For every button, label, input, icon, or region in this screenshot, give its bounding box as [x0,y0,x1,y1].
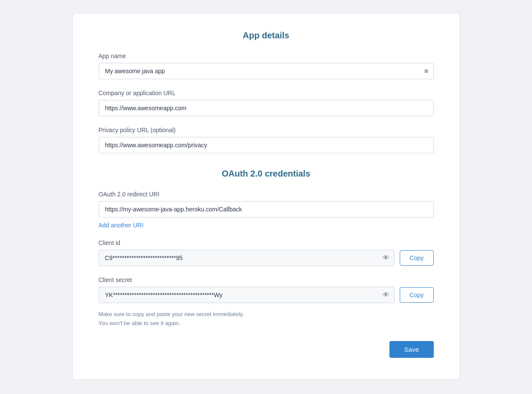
client-id-row: 👁 Copy [99,250,434,266]
app-name-label: App name [99,53,434,59]
client-secret-row: 👁 Copy [99,287,434,303]
app-name-wrapper: ■ [99,63,434,79]
client-secret-input-wrapper: 👁 [99,287,395,303]
company-url-group: Company or application URL [99,90,434,116]
main-card: App details App name ■ Company or applic… [72,13,460,380]
client-secret-eye-icon[interactable]: 👁 [383,291,389,299]
redirect-uri-label: OAuth 2.0 redirect URI [99,191,434,198]
app-details-title: App details [99,31,434,40]
client-secret-label: Client secret [99,276,434,283]
client-secret-input[interactable] [99,287,395,303]
save-button[interactable]: Save [389,341,433,358]
app-name-group: App name ■ [99,53,434,79]
client-id-group: Client id 👁 Copy [99,239,434,266]
client-id-eye-icon[interactable]: 👁 [383,254,389,262]
redirect-uri-group: OAuth 2.0 redirect URI Add another URI [99,191,434,229]
client-secret-copy-button[interactable]: Copy [400,287,434,303]
client-id-label: Client id [99,239,434,246]
company-url-label: Company or application URL [99,90,434,96]
oauth-section-title: OAuth 2.0 credentials [99,169,434,179]
privacy-url-group: Privacy policy URL (optional) [99,127,434,153]
warning-text: Make sure to copy and paste your new sec… [99,310,434,328]
privacy-url-label: Privacy policy URL (optional) [99,127,434,133]
client-id-input[interactable] [99,250,395,266]
company-url-input[interactable] [99,100,434,116]
app-name-input[interactable] [99,63,434,79]
redirect-uri-input[interactable] [99,201,434,217]
edit-icon: ■ [424,67,429,75]
client-id-copy-button[interactable]: Copy [400,250,434,266]
client-id-input-wrapper: 👁 [99,250,395,266]
save-btn-wrapper: Save [99,341,434,358]
add-another-uri-link[interactable]: Add another URI [99,222,143,229]
warning-line1: Make sure to copy and paste your new sec… [99,311,244,317]
client-secret-group: Client secret 👁 Copy Make sure to copy a… [99,276,434,328]
warning-line2: You won't be able to see it again. [99,320,180,326]
privacy-url-input[interactable] [99,137,434,153]
